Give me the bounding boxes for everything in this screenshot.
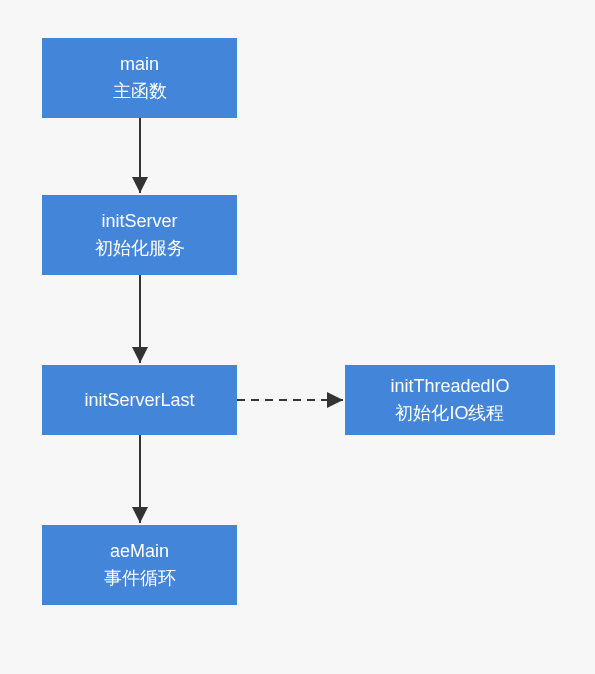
node-ae-main-line2: 事件循环 bbox=[104, 565, 176, 592]
node-init-server-last: initServerLast bbox=[42, 365, 237, 435]
node-main-line1: main bbox=[120, 51, 159, 78]
node-ae-main-line1: aeMain bbox=[110, 538, 169, 565]
node-init-server: initServer 初始化服务 bbox=[42, 195, 237, 275]
node-init-threaded-io-line2: 初始化IO线程 bbox=[395, 400, 504, 427]
node-init-server-line1: initServer bbox=[101, 208, 177, 235]
node-init-server-line2: 初始化服务 bbox=[95, 235, 185, 262]
node-ae-main: aeMain 事件循环 bbox=[42, 525, 237, 605]
node-main-line2: 主函数 bbox=[113, 78, 167, 105]
node-init-threaded-io: initThreadedIO 初始化IO线程 bbox=[345, 365, 555, 435]
node-init-server-last-line1: initServerLast bbox=[84, 387, 194, 414]
node-main: main 主函数 bbox=[42, 38, 237, 118]
node-init-threaded-io-line1: initThreadedIO bbox=[390, 373, 509, 400]
